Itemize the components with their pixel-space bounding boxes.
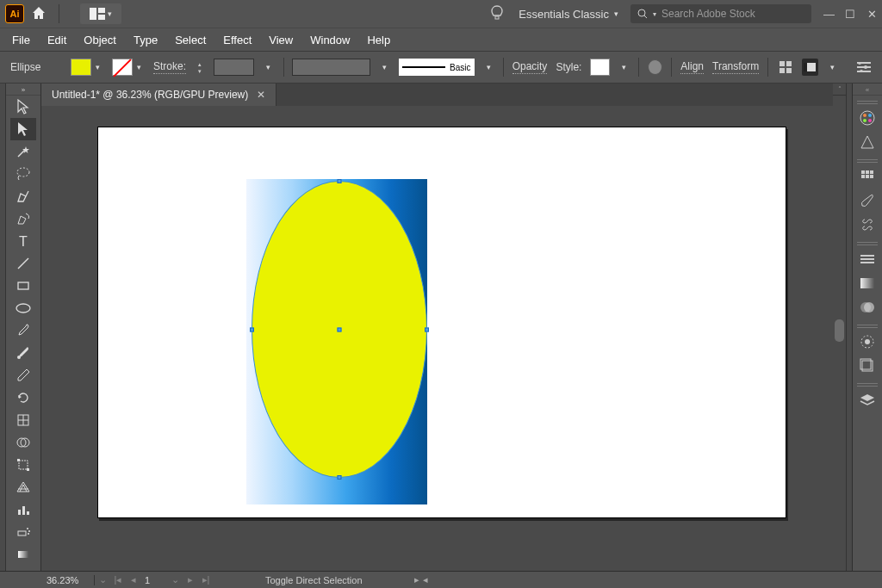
symbol-sprayer-tool[interactable] <box>10 521 36 543</box>
symbols-panel-button[interactable] <box>855 213 879 237</box>
control-panel-menu[interactable] <box>855 59 872 76</box>
left-dock-strip[interactable] <box>0 84 6 571</box>
toolbox-expand[interactable]: » <box>6 85 40 96</box>
menu-type[interactable]: Type <box>134 34 158 46</box>
opacity-label[interactable]: Opacity <box>512 60 548 74</box>
swatches-panel-button[interactable] <box>855 164 879 189</box>
magic-wand-tool[interactable] <box>10 140 36 163</box>
rectangle-tool[interactable] <box>10 275 36 297</box>
lasso-tool[interactable] <box>10 163 36 185</box>
graphic-styles-panel-button[interactable] <box>855 354 879 378</box>
scroll-up-button[interactable]: ˄ <box>833 84 846 96</box>
shape-builder-tool[interactable] <box>10 431 36 454</box>
chevron-down-icon[interactable]: ▾ <box>263 59 274 76</box>
menu-file[interactable]: File <box>12 34 30 46</box>
menu-window[interactable]: Window <box>310 34 350 46</box>
line-segment-tool[interactable] <box>10 252 36 275</box>
panel-group-handle[interactable] <box>857 101 878 104</box>
zoom-field[interactable]: 36.23% <box>41 575 95 585</box>
stroke-swatch[interactable]: ▾ <box>112 59 145 76</box>
close-tab-button[interactable]: ✕ <box>257 89 265 101</box>
stroke-weight-stepper[interactable]: ▴▾ <box>195 61 205 74</box>
color-panel-button[interactable] <box>855 106 879 130</box>
fill-swatch[interactable]: ▾ <box>71 59 103 76</box>
align-label[interactable]: Align <box>680 60 704 74</box>
canvas[interactable] <box>41 106 833 571</box>
align-to-button[interactable] <box>802 59 818 76</box>
scroll-thumb[interactable] <box>835 319 844 342</box>
recolor-artwork-button[interactable] <box>648 59 662 75</box>
column-graph-tool[interactable] <box>10 498 36 521</box>
variable-width-profile[interactable] <box>292 59 370 76</box>
close-button[interactable]: ✕ <box>867 8 877 21</box>
minimize-button[interactable]: — <box>823 8 833 21</box>
search-stock-field[interactable]: ▾ Search Adobe Stock <box>630 4 811 23</box>
menu-object[interactable]: Object <box>84 34 116 46</box>
anchor-right[interactable] <box>425 327 429 331</box>
stroke-weight-field[interactable] <box>214 59 254 76</box>
anchor-center[interactable] <box>338 327 342 331</box>
color-guide-panel-button[interactable] <box>855 130 879 154</box>
panel-group-handle[interactable] <box>857 159 878 163</box>
menu-select[interactable]: Select <box>175 34 206 46</box>
svg-rect-9 <box>786 68 792 73</box>
home-button[interactable] <box>31 6 47 22</box>
chevron-down-icon[interactable]: ▾ <box>483 59 494 76</box>
menu-view[interactable]: View <box>269 34 293 46</box>
anchor-bottom[interactable] <box>338 475 342 480</box>
discover-button[interactable] <box>491 5 503 23</box>
layers-panel-button[interactable] <box>855 388 879 412</box>
scroll-track[interactable] <box>833 96 846 571</box>
gradient-panel-button[interactable] <box>855 271 879 295</box>
type-tool[interactable]: T <box>10 230 36 252</box>
ellipse-tool[interactable] <box>10 297 36 319</box>
chevron-down-icon[interactable]: ▾ <box>379 59 390 76</box>
selection-tool[interactable] <box>10 96 36 118</box>
graphic-style-swatch[interactable] <box>590 59 610 76</box>
last-artboard-button[interactable]: ▸| <box>198 574 214 585</box>
gradient-tool[interactable] <box>10 543 36 566</box>
blob-brush-tool[interactable] <box>10 342 36 364</box>
maximize-button[interactable]: ☐ <box>845 8 855 21</box>
stroke-panel-button[interactable] <box>855 247 879 271</box>
perspective-grid-tool[interactable] <box>10 476 36 498</box>
transparency-panel-button[interactable] <box>855 295 879 319</box>
chevron-down-icon[interactable]: ▾ <box>618 59 630 76</box>
right-dock-strip[interactable] <box>846 84 852 571</box>
arrange-documents-button[interactable]: ▾ <box>80 3 121 24</box>
menu-effect[interactable]: Effect <box>223 34 252 46</box>
panel-group-handle[interactable] <box>857 242 878 245</box>
next-artboard-button[interactable]: ▸ <box>183 574 198 585</box>
anchor-left[interactable] <box>250 327 254 331</box>
brushes-panel-button[interactable] <box>855 189 879 213</box>
prev-artboard-button[interactable]: ◂ <box>126 574 141 585</box>
mesh-tool[interactable] <box>10 409 36 431</box>
appearance-panel-button[interactable] <box>855 330 879 354</box>
vertical-scrollbar[interactable]: ˄ <box>833 84 846 571</box>
paintbrush-tool[interactable] <box>10 319 36 342</box>
panel-expand[interactable]: « <box>853 85 882 96</box>
menu-help[interactable]: Help <box>367 34 390 46</box>
horizontal-scrollbar[interactable]: ▸◂ <box>414 574 428 585</box>
panel-group-handle[interactable] <box>857 325 878 328</box>
transform-label[interactable]: Transform <box>712 60 759 74</box>
brush-definition[interactable]: Basic <box>399 59 474 76</box>
free-transform-tool[interactable] <box>10 454 36 476</box>
workspace-switcher[interactable]: Essentials Classic ▾ <box>519 8 618 21</box>
first-artboard-button[interactable]: |◂ <box>110 574 126 585</box>
eyedropper-tool[interactable] <box>10 364 36 387</box>
artboard-number-field[interactable]: 1 <box>141 575 167 585</box>
anchor-top[interactable] <box>338 179 342 183</box>
rotate-tool[interactable] <box>10 387 36 409</box>
chevron-down-icon[interactable]: ▾ <box>827 59 838 76</box>
isolate-button[interactable] <box>777 59 793 76</box>
panel-group-handle[interactable] <box>857 383 878 387</box>
ellipse-object[interactable] <box>252 181 427 478</box>
direct-selection-tool[interactable] <box>10 118 36 140</box>
zoom-dropdown[interactable]: ⌄ <box>95 574 110 585</box>
menu-edit[interactable]: Edit <box>47 34 66 46</box>
curvature-tool[interactable] <box>10 207 36 230</box>
pen-tool[interactable] <box>10 185 36 207</box>
artboard-dropdown[interactable]: ⌄ <box>167 574 183 585</box>
document-tab[interactable]: Untitled-1* @ 36.23% (RGB/GPU Preview) ✕ <box>41 84 276 106</box>
